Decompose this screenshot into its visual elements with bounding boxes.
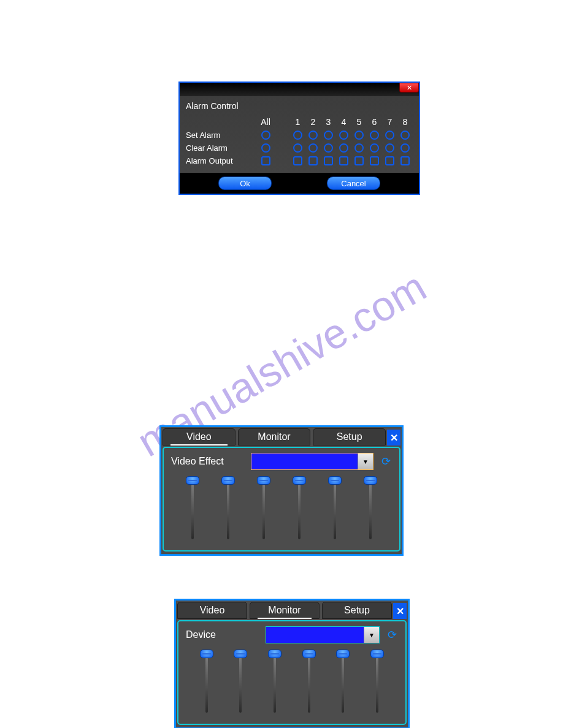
clear-alarm-radio-5[interactable]	[354, 143, 364, 153]
alarm-output-checkbox-2[interactable]	[308, 156, 318, 165]
alarm-title: Alarm Control	[186, 101, 413, 111]
set-alarm-radio-4[interactable]	[339, 131, 348, 140]
monitor-panel: Video Monitor Setup ✕ Device ▼ ⟳	[174, 599, 410, 728]
set-alarm-radio-1[interactable]	[293, 131, 302, 140]
slider-thumb[interactable]	[221, 476, 235, 485]
device-row: Device ▼ ⟳	[186, 626, 398, 643]
set-alarm-row: Set Alarm	[186, 131, 413, 140]
slider-track	[274, 658, 276, 713]
clear-alarm-radio-4[interactable]	[339, 143, 348, 153]
alarm-titlebar: ✕	[180, 83, 419, 96]
slider-thumb[interactable]	[234, 650, 247, 658]
slider-track	[227, 484, 229, 539]
video-slider-3[interactable]	[258, 476, 270, 539]
slider-track	[308, 658, 310, 713]
monitor-slider-2[interactable]	[234, 650, 247, 713]
slider-thumb[interactable]	[364, 476, 377, 485]
refresh-icon[interactable]: ⟳	[386, 628, 398, 642]
video-slider-4[interactable]	[293, 476, 305, 539]
tab-row: Video Monitor Setup ✕	[176, 601, 408, 619]
video-effect-label: Video Effect	[171, 456, 245, 467]
video-slider-1[interactable]	[186, 476, 199, 539]
device-combo[interactable]: ▼	[266, 626, 380, 643]
alarm-grid: All 1 2 3 4 5 6 7 8 Set Alarm	[186, 117, 413, 165]
set-alarm-radio-5[interactable]	[354, 131, 364, 140]
slider-thumb[interactable]	[268, 650, 282, 658]
monitor-slider-6[interactable]	[371, 650, 383, 713]
monitor-slider-5[interactable]	[337, 650, 349, 713]
slider-thumb[interactable]	[370, 650, 384, 658]
tab-monitor[interactable]: Monitor	[250, 602, 320, 619]
header-col-7: 7	[382, 117, 397, 127]
slider-track	[239, 658, 242, 713]
slider-thumb[interactable]	[257, 476, 270, 485]
close-icon: ✕	[396, 605, 404, 617]
set-alarm-all-radio[interactable]	[261, 131, 270, 140]
tab-video[interactable]: Video	[177, 602, 247, 619]
alarm-output-checkbox-4[interactable]	[339, 156, 348, 165]
close-icon: ✕	[390, 432, 398, 444]
set-alarm-radio-6[interactable]	[370, 131, 379, 140]
alarm-output-checkbox-5[interactable]	[354, 156, 364, 165]
clear-alarm-radio-1[interactable]	[293, 143, 302, 153]
alarm-output-all-checkbox[interactable]	[261, 156, 270, 165]
slider-track	[298, 484, 301, 539]
header-col-2: 2	[305, 117, 321, 127]
video-panel: Video Monitor Setup ✕ Video Effect ▼ ⟳	[159, 425, 404, 556]
header-col-5: 5	[351, 117, 367, 127]
monitor-slider-4[interactable]	[303, 650, 315, 713]
clear-alarm-radio-8[interactable]	[400, 143, 410, 153]
monitor-panel-body: Device ▼ ⟳	[177, 620, 407, 725]
alarm-output-checkbox-3[interactable]	[324, 156, 333, 165]
clear-alarm-radio-2[interactable]	[308, 143, 318, 153]
alarm-output-checkbox-8[interactable]	[400, 156, 410, 165]
slider-track	[334, 484, 336, 539]
slider-track	[191, 484, 194, 539]
slider-thumb[interactable]	[186, 476, 199, 485]
slider-thumb[interactable]	[328, 476, 342, 485]
alarm-output-checkbox-6[interactable]	[370, 156, 379, 165]
cancel-button[interactable]: Cancel	[327, 176, 380, 190]
monitor-slider-1[interactable]	[201, 650, 213, 713]
clear-alarm-label: Clear Alarm	[186, 143, 253, 153]
ok-button[interactable]: Ok	[218, 176, 272, 190]
set-alarm-radio-3[interactable]	[324, 131, 333, 140]
tab-monitor[interactable]: Monitor	[238, 428, 311, 446]
tab-setup[interactable]: Setup	[313, 428, 386, 446]
slider-thumb[interactable]	[302, 650, 316, 658]
slider-thumb[interactable]	[293, 476, 306, 485]
clear-alarm-radio-6[interactable]	[370, 143, 379, 153]
header-col-8: 8	[397, 117, 413, 127]
video-slider-6[interactable]	[364, 476, 377, 539]
alarm-header-row: All 1 2 3 4 5 6 7 8	[186, 117, 413, 127]
monitor-slider-3[interactable]	[269, 650, 281, 713]
clear-alarm-all-radio[interactable]	[261, 143, 270, 153]
panel-close-button[interactable]: ✕	[387, 430, 400, 446]
video-effect-combo[interactable]: ▼	[251, 453, 373, 470]
alarm-output-label: Alarm Output	[186, 156, 253, 165]
alarm-output-checkbox-7[interactable]	[385, 156, 394, 165]
video-slider-2[interactable]	[222, 476, 234, 539]
video-sliders	[171, 474, 392, 539]
slider-thumb[interactable]	[200, 650, 213, 658]
header-col-1: 1	[290, 117, 305, 127]
video-slider-5[interactable]	[329, 476, 341, 539]
tab-row: Video Monitor Setup ✕	[161, 427, 402, 446]
alarm-output-checkbox-1[interactable]	[293, 156, 302, 165]
clear-alarm-radio-3[interactable]	[324, 143, 333, 153]
alarm-output-row: Alarm Output	[186, 156, 413, 165]
set-alarm-radio-2[interactable]	[308, 131, 318, 140]
refresh-icon[interactable]: ⟳	[380, 455, 392, 468]
dropdown-arrow-icon: ▼	[358, 453, 373, 469]
video-panel-body: Video Effect ▼ ⟳	[163, 447, 400, 552]
set-alarm-radio-8[interactable]	[400, 131, 410, 140]
clear-alarm-radio-7[interactable]	[385, 143, 394, 153]
tab-setup[interactable]: Setup	[322, 602, 392, 619]
slider-track	[369, 484, 372, 539]
slider-thumb[interactable]	[336, 650, 350, 658]
header-spacer	[186, 117, 253, 127]
panel-close-button[interactable]: ✕	[393, 603, 407, 619]
tab-video[interactable]: Video	[163, 428, 236, 446]
close-button[interactable]: ✕	[399, 83, 419, 93]
set-alarm-radio-7[interactable]	[385, 131, 394, 140]
